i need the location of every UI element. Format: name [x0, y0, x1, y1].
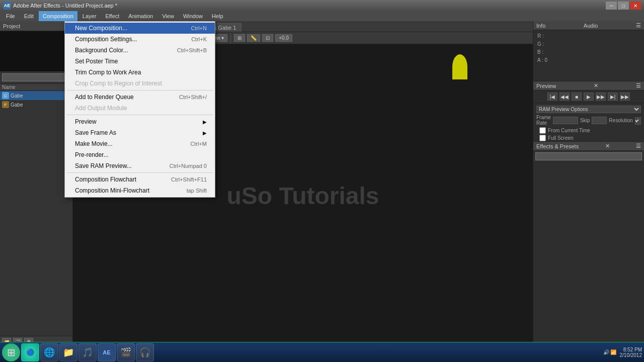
menu-window[interactable]: Window — [179, 11, 207, 21]
maximize-button[interactable]: □ — [618, 2, 629, 10]
menu-separator-2 — [67, 115, 213, 115]
zoom-fit-button[interactable]: ⊞ — [234, 34, 245, 42]
info-r: R : — [537, 32, 640, 40]
menu-edit[interactable]: Edit — [20, 11, 38, 21]
taskbar-audition[interactable]: 🎧 — [136, 343, 154, 361]
composition-dropdown-menu[interactable]: New Composition... Ctrl+N Composition Se… — [64, 21, 215, 198]
ram-preview-options-select[interactable]: RAM Preview Options — [536, 106, 641, 113]
trim-comp-label: Trim Comp to Work Area — [75, 69, 141, 76]
save-ram-preview-label: Save RAM Preview... — [75, 162, 132, 169]
window-controls[interactable]: ─ □ ✕ — [606, 2, 641, 10]
project-search-input[interactable] — [2, 73, 70, 81]
frame-rate-label: Frame Rate — [536, 115, 551, 126]
resolution-label: Resolution — [609, 118, 632, 123]
window-title: Adobe After Effects - Untitled Project.a… — [13, 3, 117, 9]
taskbar-media-player[interactable]: 🎵 — [78, 343, 97, 361]
menu-new-composition[interactable]: New Composition... Ctrl+N — [65, 23, 215, 34]
info-content: R : G : B : A : 0 — [533, 30, 644, 66]
menu-composition-flowchart[interactable]: Composition Flowchart Ctrl+Shift+F11 — [65, 174, 215, 185]
menu-save-ram-preview[interactable]: Save RAM Preview... Ctrl+Numpad 0 — [65, 160, 215, 171]
menu-composition-settings[interactable]: Composition Settings... Ctrl+K — [65, 34, 215, 45]
composition-mini-flowchart-shortcut: tap Shift — [187, 188, 207, 194]
info-title: Info — [536, 23, 545, 29]
from-current-time-label: From Current Time — [548, 128, 590, 133]
make-movie-label: Make Movie... — [75, 140, 113, 147]
start-button[interactable]: ⊞ — [2, 343, 20, 361]
menu-set-poster-time[interactable]: Set Poster Time — [65, 56, 215, 67]
menu-add-render-queue[interactable]: Add to Render Queue Ctrl+Shift+/ — [65, 92, 215, 103]
full-screen-checkbox[interactable]: Full Screen — [536, 134, 641, 142]
menu-layer[interactable]: Layer — [78, 11, 101, 21]
crop-comp-label: Crop Comp to Region of Interest — [75, 80, 162, 87]
info-panel: Info Audio ☰ R : G : B : A : 0 — [533, 21, 644, 81]
composition-settings-label: Composition Settings... — [75, 36, 137, 43]
menu-composition[interactable]: Composition — [39, 11, 77, 21]
taskbar-right-area: 🔊 📶 8:52 PM 2/10/2012 — [603, 347, 642, 358]
project-item-comp[interactable]: C Gabe — [0, 91, 72, 100]
effects-close-icon[interactable]: ✕ — [605, 143, 610, 149]
preview-close-icon[interactable]: ✕ — [594, 82, 598, 89]
project-search-area — [0, 71, 72, 84]
taskbar-icons: 🔊 📶 — [603, 349, 617, 355]
info-g: G : — [537, 40, 640, 48]
menu-composition-mini-flowchart[interactable]: Composition Mini-Flowchart tap Shift — [65, 185, 215, 196]
menu-make-movie[interactable]: Make Movie... Ctrl+M — [65, 138, 215, 149]
effects-search-input[interactable] — [535, 152, 642, 160]
taskbar-premiere[interactable]: 🎬 — [117, 343, 135, 361]
taskbar-after-effects[interactable]: AE — [98, 343, 116, 361]
effects-menu-icon[interactable]: ☰ — [636, 143, 641, 149]
stop-button[interactable]: ■ — [572, 93, 582, 101]
menu-pre-render[interactable]: Pre-render... — [65, 149, 215, 160]
title-bar: AE Adobe After Effects - Untitled Projec… — [0, 0, 644, 11]
preview-menu-icon[interactable]: ☰ — [636, 82, 641, 89]
watermark-text: uSo Tutorials — [226, 182, 379, 210]
frame-rate-input[interactable]: 29.97 — [553, 117, 578, 124]
preview-transport-controls: |◀ ◀◀ ■ ▶ ▶▶ ▶| ▶▶ — [533, 90, 644, 103]
go-to-start-button[interactable]: |◀ — [547, 93, 557, 101]
make-movie-shortcut: Ctrl+M — [190, 141, 207, 147]
taskbar-folder[interactable]: 📁 — [59, 343, 77, 361]
close-button[interactable]: ✕ — [630, 2, 641, 10]
menu-effect[interactable]: Effect — [101, 11, 123, 21]
zoom-display[interactable]: +0.0 — [275, 34, 292, 42]
taskbar-chrome[interactable]: 🔵 — [21, 343, 39, 361]
info-a: A : 0 — [537, 56, 640, 64]
project-item-footage[interactable]: F Gabe — [0, 100, 72, 109]
menu-view[interactable]: View — [158, 11, 178, 21]
preview-header: Preview ✕ ☰ — [533, 81, 644, 90]
from-current-time-checkbox[interactable]: From Current Time — [536, 127, 641, 134]
composition-flowchart-shortcut: Ctrl+Shift+F11 — [171, 176, 207, 183]
full-screen-check[interactable] — [539, 135, 546, 141]
menu-separator-1 — [67, 90, 213, 90]
right-panel: Info Audio ☰ R : G : B : A : 0 Preview ✕… — [533, 21, 644, 347]
project-panel: Project ☰ Name C Gabe F Gabe 📁 🎬 🗑 — [0, 21, 73, 347]
play-button[interactable]: ▶ — [584, 93, 594, 101]
add-output-module-label: Add Output Module — [75, 105, 127, 112]
pre-render-label: Pre-render... — [75, 151, 109, 158]
next-frame-button[interactable]: ▶▶ — [596, 93, 606, 101]
menu-save-frame-as[interactable]: Save Frame As ▶ — [65, 127, 215, 138]
menu-file[interactable]: File — [2, 11, 19, 21]
project-items-list: C Gabe F Gabe — [0, 91, 72, 336]
taskbar-ie[interactable]: 🌐 — [40, 343, 58, 361]
menu-background-color[interactable]: Background Color... Ctrl+Shift+B — [65, 45, 215, 56]
ram-preview-button[interactable]: ▶▶ — [620, 93, 630, 101]
rulers-button[interactable]: 📏 — [247, 34, 260, 42]
composition-mini-flowchart-label: Composition Mini-Flowchart — [75, 187, 149, 194]
effects-title: Effects & Presets — [536, 143, 579, 149]
menu-bar[interactable]: File Edit Composition Layer Effect Anima… — [0, 11, 644, 21]
menu-trim-comp[interactable]: Trim Comp to Work Area — [65, 67, 215, 78]
composition-flowchart-label: Composition Flowchart — [75, 176, 136, 183]
prev-frame-button[interactable]: ◀◀ — [559, 93, 570, 101]
from-current-time-check[interactable] — [539, 127, 546, 134]
info-menu-icon[interactable]: ☰ — [636, 22, 641, 29]
grid-button[interactable]: ⊡ — [262, 34, 273, 42]
go-to-end-button[interactable]: ▶| — [608, 93, 618, 101]
resolution-select[interactable]: Auto — [635, 117, 641, 125]
skip-input[interactable]: 0 — [592, 117, 607, 124]
menu-animation[interactable]: Animation — [124, 11, 157, 21]
minimize-button[interactable]: ─ — [606, 2, 617, 10]
effects-header: Effects & Presets ✕ ☰ — [533, 142, 644, 151]
menu-preview[interactable]: Preview ▶ — [65, 116, 215, 127]
menu-help[interactable]: Help — [208, 11, 227, 21]
